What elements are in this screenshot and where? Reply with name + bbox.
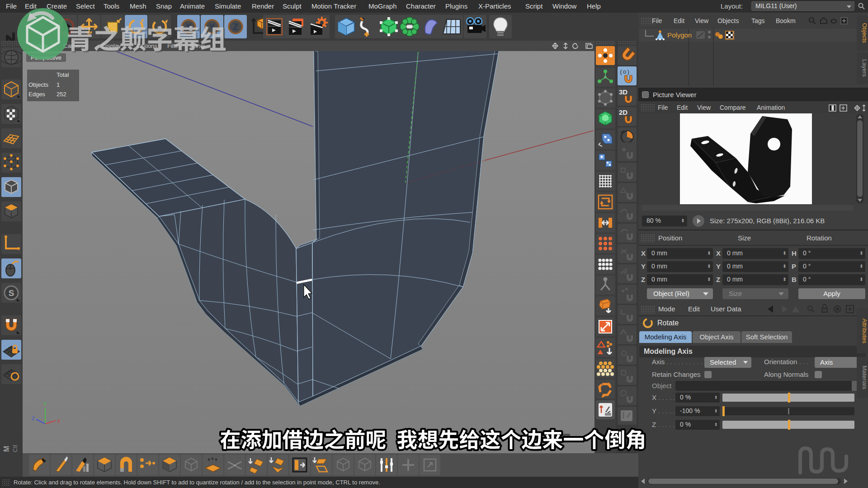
svg-text:CINEMA4D: CINEMA4D: [12, 445, 19, 452]
svg-text:Z: Z: [233, 22, 238, 32]
svg-text:2D: 2D: [619, 108, 627, 116]
svg-text:X: X: [185, 22, 192, 32]
svg-text:Y: Y: [209, 22, 215, 32]
svg-text:3D: 3D: [619, 88, 627, 96]
svg-text:X: X: [57, 418, 61, 424]
svg-text:S: S: [9, 288, 14, 298]
svg-text:Y: Y: [43, 401, 47, 407]
svg-text:MAXON: MAXON: [3, 445, 10, 452]
svg-text:(o): (o): [619, 69, 630, 75]
svg-text:Z: Z: [32, 416, 35, 421]
